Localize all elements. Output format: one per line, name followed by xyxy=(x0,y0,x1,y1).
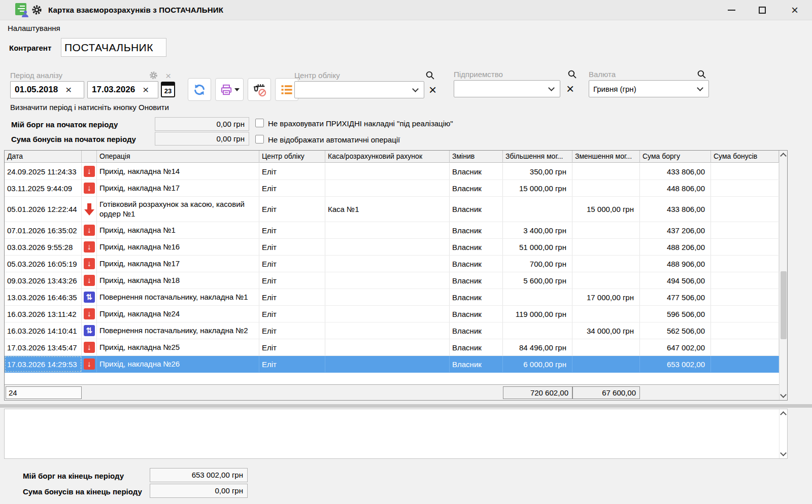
column-header[interactable]: Сума бонусів xyxy=(711,151,779,162)
period-settings-gear-icon[interactable] xyxy=(149,71,158,80)
table-row[interactable]: 03.03.2026 9:55:28↓Прихід, накладна №16Е… xyxy=(5,239,779,256)
maximize-button[interactable] xyxy=(754,3,771,18)
center-select[interactable] xyxy=(294,81,424,98)
table-row[interactable]: 13.03.2026 16:46:35⇅Повернення постачаль… xyxy=(5,289,779,306)
table-cell[interactable]: 03.03.2026 9:55:28 xyxy=(5,239,82,255)
table-cell[interactable]: 24.09.2025 11:24:33 xyxy=(5,163,82,179)
table-cell[interactable] xyxy=(711,239,779,255)
table-cell[interactable]: 05.03.2026 16:05:19 xyxy=(5,256,82,272)
table-cell[interactable] xyxy=(325,356,450,372)
period-from-field[interactable]: × xyxy=(10,81,84,98)
period-to-clear-icon[interactable]: × xyxy=(139,85,153,95)
table-cell[interactable]: Власник xyxy=(450,256,503,272)
checkbox-exclude-incoming-label[interactable]: Не враховувати ПРИХІДНІ накладні "під ре… xyxy=(268,119,453,128)
table-cell[interactable]: Еліт xyxy=(259,339,325,355)
column-header[interactable]: Сума боргу xyxy=(640,151,711,162)
column-header[interactable]: Збільшення мог... xyxy=(503,151,572,162)
close-button[interactable]: × xyxy=(786,3,803,18)
table-cell[interactable]: Власник xyxy=(450,197,503,222)
period-to-field[interactable]: × xyxy=(87,81,158,98)
table-cell[interactable] xyxy=(711,222,779,238)
table-cell[interactable]: Власник xyxy=(450,289,503,305)
column-header[interactable]: Змінив xyxy=(450,151,503,162)
table-cell[interactable]: 16.03.2026 14:10:41 xyxy=(5,322,82,339)
table-cell[interactable] xyxy=(325,322,450,339)
scroll-down-icon[interactable] xyxy=(780,450,787,456)
period-to-input[interactable] xyxy=(88,85,139,95)
center-search-icon[interactable] xyxy=(425,70,435,80)
checkbox-exclude-incoming[interactable] xyxy=(255,119,264,127)
table-cell[interactable]: Еліт xyxy=(259,289,325,305)
table-cell[interactable]: 653 002,00 xyxy=(640,356,711,372)
period-close-icon[interactable]: × xyxy=(165,71,171,80)
checkbox-hide-auto[interactable] xyxy=(255,135,264,143)
table-cell[interactable]: Еліт xyxy=(259,180,325,196)
table-cell[interactable]: 494 506,00 xyxy=(640,272,711,289)
table-cell[interactable] xyxy=(572,239,640,255)
currency-select[interactable]: Гривня (грн) xyxy=(589,80,709,97)
table-cell[interactable]: Повернення постачальнику, накладна №2 xyxy=(97,322,259,339)
table-cell[interactable]: Еліт xyxy=(259,197,325,222)
table-cell[interactable]: 433 806,00 xyxy=(640,163,711,179)
operation-type-cell[interactable]: ↓ xyxy=(82,272,97,289)
table-cell[interactable] xyxy=(503,289,572,305)
minimize-button[interactable] xyxy=(723,3,740,18)
operation-type-cell[interactable] xyxy=(82,197,97,222)
operation-type-cell[interactable]: ↓ xyxy=(82,180,97,196)
table-row[interactable]: 17.03.2026 14:29:53↓Прихід, накладна №26… xyxy=(5,356,779,373)
table-cell[interactable]: Прихід, накладна №17 xyxy=(97,256,259,272)
table-cell[interactable] xyxy=(325,289,450,305)
table-cell[interactable]: Прихід, накладна №24 xyxy=(97,306,259,322)
table-cell[interactable] xyxy=(711,272,779,289)
table-cell[interactable]: Каса №1 xyxy=(325,197,450,222)
table-cell[interactable]: Еліт xyxy=(259,272,325,289)
table-cell[interactable]: Власник xyxy=(450,322,503,339)
enterprise-clear-icon[interactable]: × xyxy=(566,82,574,95)
table-cell[interactable]: Прихід, накладна №17 xyxy=(97,180,259,196)
table-cell[interactable]: 15 000,00 грн xyxy=(572,197,640,222)
table-row[interactable]: 16.03.2026 14:10:41⇅Повернення постачаль… xyxy=(5,322,779,339)
exclude-weighing-button[interactable] xyxy=(248,78,271,101)
table-cell[interactable]: Еліт xyxy=(259,306,325,322)
table-cell[interactable]: Власник xyxy=(450,272,503,289)
table-cell[interactable] xyxy=(572,222,640,238)
table-cell[interactable]: 3 400,00 грн xyxy=(503,222,572,238)
table-cell[interactable] xyxy=(325,222,450,238)
table-cell[interactable]: Прихід, накладна №1 xyxy=(97,222,259,238)
table-cell[interactable]: Еліт xyxy=(259,356,325,372)
table-cell[interactable] xyxy=(711,306,779,322)
table-row[interactable]: 24.09.2025 11:24:33↓Прихід, накладна №14… xyxy=(5,163,779,180)
table-cell[interactable]: 596 506,00 xyxy=(640,306,711,322)
details-scrollbar[interactable] xyxy=(779,409,787,458)
table-cell[interactable]: 477 506,00 xyxy=(640,289,711,305)
table-cell[interactable]: 09.03.2026 13:43:26 xyxy=(5,272,82,289)
table-cell[interactable]: Повернення постачальнику, накладна №1 xyxy=(97,289,259,305)
refresh-button[interactable] xyxy=(188,78,211,101)
table-cell[interactable] xyxy=(325,272,450,289)
table-cell[interactable] xyxy=(503,197,572,222)
scrollbar-thumb[interactable] xyxy=(781,271,787,339)
checkbox-hide-auto-label[interactable]: Не відображати автоматичні операції xyxy=(268,135,400,144)
operation-type-cell[interactable]: ⇅ xyxy=(82,322,97,339)
table-cell[interactable] xyxy=(711,339,779,355)
period-from-input[interactable] xyxy=(11,85,61,95)
table-cell[interactable] xyxy=(711,289,779,305)
table-cell[interactable] xyxy=(325,180,450,196)
table-cell[interactable]: Прихід, накладна №16 xyxy=(97,239,259,255)
period-from-clear-icon[interactable]: × xyxy=(61,85,76,95)
scroll-up-icon[interactable] xyxy=(780,153,787,159)
operation-type-cell[interactable]: ⇅ xyxy=(82,289,97,305)
table-cell[interactable]: Прихід, накладна №26 xyxy=(97,356,259,372)
table-cell[interactable] xyxy=(711,197,779,222)
table-cell[interactable] xyxy=(572,256,640,272)
table-cell[interactable]: 17 000,00 грн xyxy=(572,289,640,305)
table-cell[interactable]: 119 000,00 грн xyxy=(503,306,572,322)
table-cell[interactable] xyxy=(572,272,640,289)
table-cell[interactable] xyxy=(711,163,779,179)
table-cell[interactable]: 562 506,00 xyxy=(640,322,711,339)
table-cell[interactable]: 16.03.2026 13:11:42 xyxy=(5,306,82,322)
splitter-handle[interactable] xyxy=(0,404,812,408)
operation-type-cell[interactable]: ↓ xyxy=(82,256,97,272)
table-cell[interactable]: 05.01.2026 12:22:44 xyxy=(5,197,82,222)
table-cell[interactable]: 03.11.2025 9:44:09 xyxy=(5,180,82,196)
